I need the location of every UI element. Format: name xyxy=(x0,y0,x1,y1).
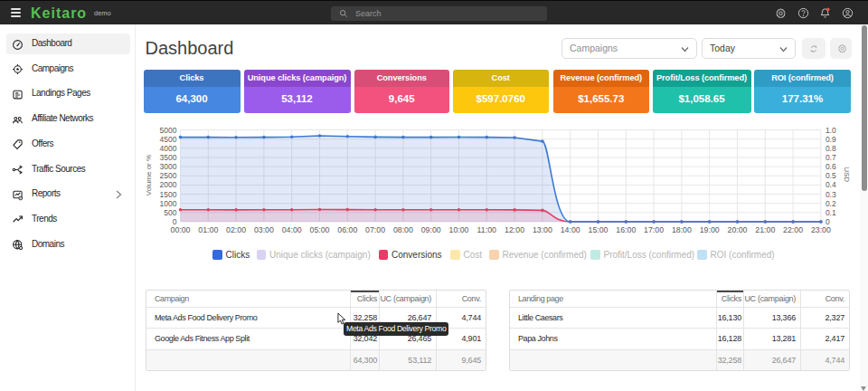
svg-text:11:00: 11:00 xyxy=(477,225,496,234)
svg-text:10:00: 10:00 xyxy=(448,225,468,234)
svg-text:5000: 5000 xyxy=(160,126,177,135)
svg-text:13:00: 13:00 xyxy=(533,225,552,234)
svg-text:1.0: 1.0 xyxy=(826,126,836,135)
svg-text:1000: 1000 xyxy=(160,199,177,208)
svg-text:0.2: 0.2 xyxy=(826,199,836,208)
svg-text:0.3: 0.3 xyxy=(826,190,836,199)
svg-text:14:00: 14:00 xyxy=(561,225,580,234)
svg-text:07:00: 07:00 xyxy=(365,225,385,234)
svg-text:0.6: 0.6 xyxy=(826,162,836,171)
svg-text:0.7: 0.7 xyxy=(826,153,836,162)
svg-text:500: 500 xyxy=(164,208,176,217)
svg-text:2500: 2500 xyxy=(160,171,177,180)
svg-text:01:00: 01:00 xyxy=(198,225,218,234)
svg-text:1500: 1500 xyxy=(160,190,177,199)
svg-text:05:00: 05:00 xyxy=(309,225,329,234)
svg-text:16:00: 16:00 xyxy=(616,225,636,234)
svg-text:4500: 4500 xyxy=(160,135,177,144)
svg-text:23:00: 23:00 xyxy=(811,225,831,234)
svg-text:0.5: 0.5 xyxy=(826,171,836,180)
svg-text:00:00: 00:00 xyxy=(170,225,190,234)
svg-text:21:00: 21:00 xyxy=(755,225,775,234)
svg-text:17:00: 17:00 xyxy=(644,225,664,234)
svg-text:22:00: 22:00 xyxy=(783,225,803,234)
svg-text:3000: 3000 xyxy=(160,162,177,171)
svg-text:06:00: 06:00 xyxy=(337,225,357,234)
svg-text:19:00: 19:00 xyxy=(700,225,720,234)
svg-text:04:00: 04:00 xyxy=(282,225,302,234)
svg-text:0.4: 0.4 xyxy=(826,180,836,189)
svg-text:09:00: 09:00 xyxy=(421,225,441,234)
svg-text:12:00: 12:00 xyxy=(505,225,524,234)
svg-text:20:00: 20:00 xyxy=(727,225,747,234)
svg-text:03:00: 03:00 xyxy=(254,225,274,234)
svg-text:15:00: 15:00 xyxy=(588,225,608,234)
svg-text:02:00: 02:00 xyxy=(226,225,246,234)
svg-text:18:00: 18:00 xyxy=(672,225,692,234)
svg-text:08:00: 08:00 xyxy=(393,225,413,234)
svg-text:2000: 2000 xyxy=(160,180,177,189)
svg-text:0.9: 0.9 xyxy=(826,135,836,144)
svg-text:4000: 4000 xyxy=(160,144,177,153)
svg-text:USD: USD xyxy=(843,167,851,182)
svg-text:3500: 3500 xyxy=(160,153,177,162)
svg-text:0.8: 0.8 xyxy=(826,144,836,153)
svg-text:Volume or %: Volume or % xyxy=(145,155,153,196)
svg-text:0.1: 0.1 xyxy=(826,208,836,217)
